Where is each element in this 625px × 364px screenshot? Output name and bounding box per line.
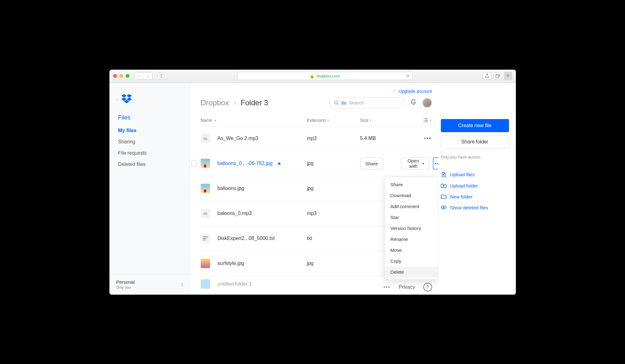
- share-button[interactable]: Share: [360, 157, 383, 169]
- minimize-window-icon[interactable]: [119, 74, 123, 78]
- file-name[interactable]: balloons_0 ...-06-782.jpg: [218, 161, 273, 166]
- address-bar[interactable]: 🔒 dropbox.com ⟳: [237, 72, 412, 80]
- forward-button[interactable]: ›: [144, 72, 152, 79]
- table-row[interactable]: ıllı As_We_Go 2.mp3 mp3 5.4 MB •••: [201, 126, 435, 151]
- audio-file-icon: ıllı: [201, 209, 210, 218]
- menu-item-star[interactable]: Star: [385, 212, 438, 223]
- sidebar-item-deleted-files[interactable]: Deleted files: [118, 162, 181, 167]
- sidebar: ‹ Files My files Sharing File requests D…: [109, 83, 190, 295]
- ellipsis-icon: •••: [435, 161, 438, 166]
- chevron-down-icon: ▾: [370, 119, 371, 122]
- url-text: dropbox.com: [316, 74, 340, 78]
- file-extension: jpg: [307, 261, 360, 266]
- file-extension: mp3: [307, 211, 360, 216]
- file-name: As_We_Go 2.mp3: [218, 136, 258, 141]
- chevron-updown-icon: ▴▾: [181, 282, 183, 287]
- folder-icon: [341, 101, 347, 105]
- right-panel: Create new file Share folder Only you ha…: [438, 83, 516, 295]
- menu-item-share[interactable]: Share: [385, 179, 438, 190]
- account-switcher[interactable]: Personal Only you ▴▾: [109, 274, 190, 295]
- file-name: DiskExpert2...08_5000.txt: [218, 236, 275, 241]
- eye-icon: [441, 205, 446, 210]
- sidebar-heading: Files: [109, 114, 190, 128]
- close-window-icon[interactable]: [113, 74, 117, 78]
- star-icon: ☆: [392, 88, 396, 94]
- table-row[interactable]: balloons_0 ...-06-782.jpg ★ jpg Share Op…: [201, 151, 435, 176]
- list-view-icon: [423, 118, 428, 122]
- share-folder-button[interactable]: Share folder: [441, 135, 509, 148]
- view-options[interactable]: ▾: [401, 118, 435, 122]
- more-footer-icon[interactable]: •••: [383, 284, 391, 290]
- svg-rect-0: [160, 74, 165, 78]
- show-deleted-link[interactable]: Show deleted files: [441, 205, 509, 210]
- menu-item-rename[interactable]: Rename: [385, 234, 438, 245]
- search-icon: [334, 101, 339, 105]
- menu-item-download[interactable]: Download: [385, 190, 438, 201]
- upload-files-link[interactable]: Upload files: [441, 172, 509, 177]
- file-name: untitled folder 1: [218, 281, 252, 287]
- share-icon[interactable]: [483, 72, 491, 79]
- sort-asc-icon: ▲: [214, 119, 217, 122]
- new-folder-icon: [441, 194, 446, 199]
- text-file-icon: [201, 234, 210, 243]
- column-name[interactable]: Name▲: [201, 118, 307, 123]
- sidebar-item-file-requests[interactable]: File requests: [118, 150, 181, 156]
- file-extension: mp3: [307, 136, 360, 141]
- folder-icon: [201, 279, 210, 289]
- chevron-down-icon: ▾: [327, 119, 329, 122]
- avatar[interactable]: [422, 98, 432, 108]
- menu-item-copy[interactable]: Copy: [385, 256, 438, 267]
- image-file-icon: [201, 159, 210, 168]
- table-header: Name▲ Extension▾ Size▾ ▾: [201, 115, 435, 126]
- upload-folder-link[interactable]: Upload folder: [441, 183, 509, 188]
- row-checkbox[interactable]: [191, 161, 197, 166]
- column-size[interactable]: Size▾: [360, 118, 401, 123]
- context-menu: Share Download Add comment Star Version …: [385, 177, 438, 280]
- sidebar-toggle-icon[interactable]: [158, 72, 167, 79]
- sidebar-item-my-files[interactable]: My files: [118, 128, 181, 133]
- upload-file-icon: [441, 172, 446, 177]
- browser-chrome: ‹ › 🔒 dropbox.com ⟳ +: [109, 70, 516, 83]
- notifications-icon[interactable]: [410, 99, 416, 107]
- star-icon[interactable]: ★: [277, 161, 281, 167]
- audio-file-icon: ıllı: [201, 134, 210, 143]
- svg-point-6: [443, 207, 444, 208]
- reload-icon[interactable]: ⟳: [406, 74, 410, 78]
- privacy-link[interactable]: Privacy: [399, 284, 415, 290]
- dropbox-logo-icon[interactable]: [121, 94, 132, 105]
- maximize-window-icon[interactable]: [126, 74, 129, 78]
- breadcrumb-root[interactable]: Dropbox: [201, 98, 229, 107]
- file-extension: jpg: [307, 186, 360, 191]
- sidebar-item-sharing[interactable]: Sharing: [118, 139, 181, 145]
- access-note: Only you have access: [441, 155, 509, 159]
- upload-folder-icon: [441, 183, 446, 188]
- back-button[interactable]: ‹: [135, 72, 144, 79]
- collapse-sidebar-icon[interactable]: ‹: [117, 97, 118, 102]
- svg-rect-3: [496, 75, 499, 77]
- more-actions-icon[interactable]: •••: [424, 136, 431, 141]
- account-sublabel: Only you: [116, 285, 135, 290]
- create-new-file-button[interactable]: Create new file: [441, 119, 509, 132]
- new-folder-link[interactable]: New folder: [441, 194, 509, 199]
- menu-item-version-history[interactable]: Version history: [385, 223, 438, 234]
- search-input[interactable]: Search: [330, 97, 405, 108]
- chevron-down-icon: ▾: [430, 119, 431, 122]
- svg-line-5: [337, 104, 338, 105]
- breadcrumb: Dropbox › Folder 3: [201, 98, 268, 107]
- footer: ••• Privacy ?: [383, 283, 432, 292]
- chevron-right-icon: ›: [234, 98, 236, 107]
- new-tab-button[interactable]: +: [504, 72, 512, 80]
- window-controls: [113, 74, 129, 78]
- menu-item-move[interactable]: Move: [385, 245, 438, 256]
- file-size: 5.4 MB: [360, 136, 401, 141]
- open-with-button[interactable]: Open with▾: [401, 157, 430, 169]
- menu-item-add-comment[interactable]: Add comment: [385, 201, 438, 212]
- search-placeholder: Search: [349, 100, 364, 105]
- more-actions-button[interactable]: •••: [433, 157, 438, 169]
- help-icon[interactable]: ?: [423, 283, 432, 292]
- menu-item-delete[interactable]: Delete: [385, 267, 438, 277]
- file-extension: txt: [307, 236, 360, 241]
- column-extension[interactable]: Extension▾: [307, 118, 360, 123]
- upgrade-account-link[interactable]: Upgrade account: [399, 89, 432, 94]
- tabs-icon[interactable]: [493, 72, 502, 79]
